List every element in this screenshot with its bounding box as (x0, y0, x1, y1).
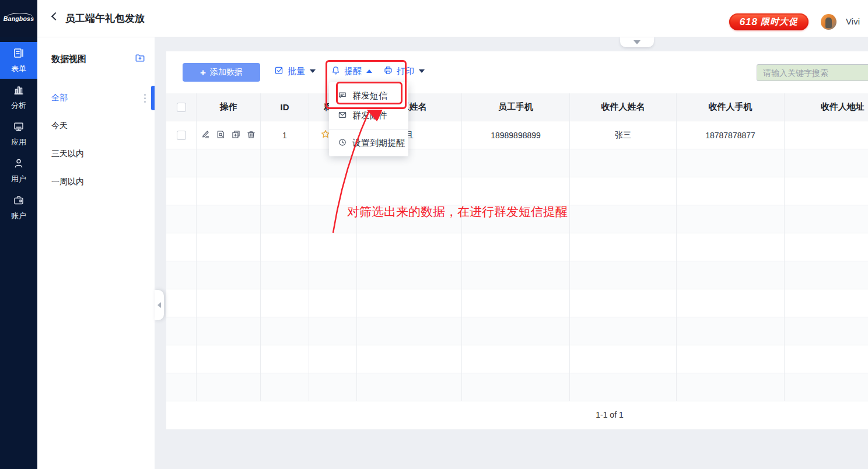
search-input[interactable] (757, 64, 868, 81)
row-checkbox[interactable] (177, 131, 186, 140)
sidebar-item-账户[interactable]: 账户 (0, 189, 37, 226)
empty-cell (261, 345, 309, 373)
print-button[interactable]: 打印 (383, 65, 425, 77)
empty-cell (261, 205, 309, 233)
empty-cell (785, 177, 868, 205)
empty-cell (570, 149, 677, 177)
sidebar-item-用户[interactable]: 用户 (0, 152, 37, 189)
empty-cell (261, 149, 309, 177)
empty-cell (677, 177, 785, 205)
view-item-一周以内[interactable]: 一周以内 (37, 168, 155, 196)
view-item-全部[interactable]: 全部 (37, 84, 155, 112)
menu-item-群发短信[interactable]: 群发短信 (329, 86, 408, 106)
sidebar-item-表单[interactable]: 表单 (0, 42, 37, 79)
cell-actions (197, 121, 261, 149)
column-header-操作: 操作 (197, 93, 261, 121)
menu-item-label: 群发邮件 (352, 110, 387, 121)
empty-cell (197, 345, 261, 373)
empty-cell (785, 205, 868, 233)
empty-cell (462, 289, 570, 317)
sidebar-item-分析[interactable]: 分析 (0, 79, 37, 116)
batch-checkbox-icon (274, 65, 284, 77)
empty-cell (166, 149, 197, 177)
column-header-收件人手机: 收件人手机 (677, 93, 785, 121)
column-header-label: ID (281, 102, 289, 112)
empty-cell (261, 289, 309, 317)
empty-cell (197, 289, 261, 317)
promo-618-badge[interactable]: 618 限时大促 (729, 13, 808, 30)
app-logo[interactable]: Bangboss (0, 0, 37, 37)
empty-cell (677, 317, 785, 345)
empty-cell (570, 289, 677, 317)
back-icon[interactable] (51, 13, 58, 20)
more-options-icon[interactable] (144, 92, 146, 104)
plus-icon: + (200, 68, 206, 78)
folder-plus-icon[interactable] (135, 52, 145, 65)
form-icon (13, 47, 24, 61)
add-data-button[interactable]: + 添加数据 (183, 63, 260, 82)
view-item-label: 全部 (51, 93, 68, 103)
promo-618-text: 限时大促 (761, 16, 798, 27)
add-data-label: 添加数据 (210, 67, 243, 78)
sidebar-item-应用[interactable]: 应用 (0, 116, 37, 152)
empty-cell (785, 345, 868, 373)
empty-cell (570, 373, 677, 401)
user-avatar[interactable] (821, 14, 836, 30)
empty-cell (462, 205, 570, 233)
empty-cell (261, 373, 309, 401)
empty-cell (166, 177, 197, 205)
empty-cell (570, 233, 677, 261)
active-indicator (151, 86, 155, 110)
view-item-今天[interactable]: 今天 (37, 112, 155, 140)
empty-cell (785, 261, 868, 289)
menu-item-label: 群发短信 (352, 90, 387, 102)
sidebar-item-label: 应用 (11, 137, 26, 148)
panel-collapse-handle[interactable] (155, 290, 164, 320)
header-collapse-tab[interactable] (620, 37, 654, 47)
edit-icon[interactable] (201, 130, 211, 141)
menu-item-label: 设置到期提醒 (352, 138, 405, 149)
empty-cell (462, 261, 570, 289)
empty-cell (309, 177, 357, 205)
empty-table-row (166, 205, 868, 233)
column-header-label: 收件人姓名 (601, 102, 645, 113)
sidebar-item-label: 用户 (11, 174, 26, 184)
toolbar: + 添加数据 批量 提醒 打印 (166, 51, 868, 93)
empty-cell (309, 289, 357, 317)
empty-cell (166, 205, 197, 233)
empty-cell (677, 149, 785, 177)
empty-cell (462, 373, 570, 401)
remind-button[interactable]: 提醒 (331, 65, 372, 77)
delete-icon[interactable] (246, 130, 256, 141)
sms-icon (338, 90, 347, 102)
column-header-label: 操作 (220, 102, 237, 113)
batch-button[interactable]: 批量 (274, 65, 316, 77)
empty-cell (309, 233, 357, 261)
empty-cell (197, 233, 261, 261)
empty-cell (261, 177, 309, 205)
promo-618-number: 618 (740, 16, 758, 28)
empty-cell (309, 373, 357, 401)
column-header-label: 收件人手机 (709, 102, 752, 113)
sidebar-item-label: 表单 (11, 64, 26, 74)
empty-cell (570, 261, 677, 289)
empty-table-row (166, 373, 868, 401)
select-all-checkbox[interactable] (177, 103, 186, 112)
empty-cell (261, 233, 309, 261)
empty-cell (462, 177, 570, 205)
empty-cell (357, 261, 462, 289)
user-name: Vivi (846, 16, 860, 26)
copy-icon[interactable] (231, 130, 241, 141)
view-item-三天以内[interactable]: 三天以内 (37, 140, 155, 168)
cell-employee-phone: 18989898899 (462, 121, 570, 149)
logo-text: Bangboss (4, 15, 34, 22)
cell-employee-phone: 18989898899 (491, 131, 541, 140)
preview-icon[interactable] (216, 130, 226, 141)
view-item-label: 今天 (51, 121, 68, 131)
pagination-row: 1-1 of 1 (166, 401, 868, 429)
menu-item-群发邮件[interactable]: 群发邮件 (329, 106, 408, 125)
empty-table-row (166, 261, 868, 289)
empty-cell (785, 149, 868, 177)
menu-item-设置到期提醒[interactable]: 设置到期提醒 (329, 133, 408, 153)
empty-cell (357, 177, 462, 205)
